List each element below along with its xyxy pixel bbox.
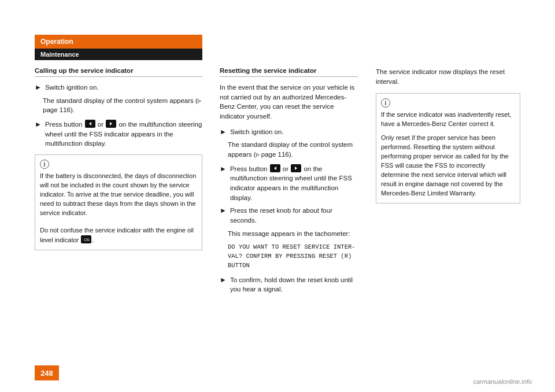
info-box-right-text-1: If the service indicator was inadvertent… [381, 110, 515, 129]
button-icon-right-mid [291, 164, 301, 172]
info-box-right-text-2: Only reset if the proper service has bee… [381, 134, 515, 198]
bullet-text: Press button or on the m [230, 164, 358, 203]
sub-text: The standard display of the control syst… [228, 140, 358, 159]
left-column: Calling up the service indicator ► Switc… [35, 67, 202, 357]
sub-text: This message appears in the tachometer: [228, 229, 358, 239]
bullet-text: Press button or on the m [45, 120, 202, 149]
arrow-icon: ► [220, 206, 227, 215]
svg-text:OIL: OIL [84, 238, 90, 242]
header-label: Operation [40, 38, 73, 46]
button-icon-left-mid [270, 164, 280, 172]
list-item: ► Press button or [220, 164, 358, 203]
info-icon: i [40, 160, 49, 169]
page-container: Operation Maintenance Calling up the ser… [0, 0, 555, 392]
button-icon-right [106, 120, 116, 128]
sub-text: The standard display of the control syst… [43, 96, 202, 115]
list-item: ► Switch ignition on. [35, 83, 202, 93]
bullet-text: To confirm, hold down the reset knob unt… [230, 275, 358, 294]
button-icon-left [85, 120, 95, 128]
list-item: ► Press button or [35, 120, 202, 149]
arrow-icon: ► [220, 276, 227, 284]
list-item: ► To confirm, hold down the reset knob u… [220, 275, 358, 294]
right-intro: The service indicator now displays the r… [376, 67, 520, 86]
watermark: carmanualonline.info [473, 378, 532, 385]
middle-column: Resetting the service indicator In the e… [220, 67, 358, 357]
mono-text: DO YOU WANT TO RESET SERVICE INTER- VAL?… [228, 243, 358, 270]
middle-intro: In the event that the service on your ve… [220, 83, 358, 121]
bullet-text: Press the reset knob for about four seco… [230, 206, 358, 225]
list-item: ► Switch ignition on. [220, 127, 358, 137]
subheader-bar: Maintenance [35, 49, 202, 60]
list-item: ► Press the reset knob for about four se… [220, 206, 358, 225]
arrow-icon: ► [220, 165, 227, 173]
bullet-text: Switch ignition on. [45, 83, 99, 93]
oil-indicator-icon: OIL [81, 235, 91, 243]
content-area: Calling up the service indicator ► Switc… [35, 67, 520, 357]
arrow-icon: ► [220, 128, 227, 136]
header-bar: Operation [35, 35, 202, 49]
info-box-text-2: Do not confuse the service indicator wit… [40, 226, 197, 245]
info-box-text-1: If the battery is disconnected, the days… [40, 172, 197, 218]
arrow-icon: ► [35, 83, 42, 91]
info-box-left: i If the battery is disconnected, the da… [35, 154, 202, 250]
subheader-label: Maintenance [40, 51, 79, 58]
arrow-icon: ► [35, 120, 42, 128]
page-number: 248 [35, 365, 59, 380]
left-section-title: Calling up the service indicator [35, 67, 202, 77]
middle-section-title: Resetting the service indicator [220, 67, 358, 77]
bullet-text: Switch ignition on. [230, 127, 284, 137]
info-icon-right: i [381, 98, 390, 108]
right-column: The service indicator now displays the r… [376, 67, 520, 357]
page-number-label: 248 [40, 369, 53, 378]
info-box-right: i If the service indicator was inadverte… [376, 93, 520, 203]
